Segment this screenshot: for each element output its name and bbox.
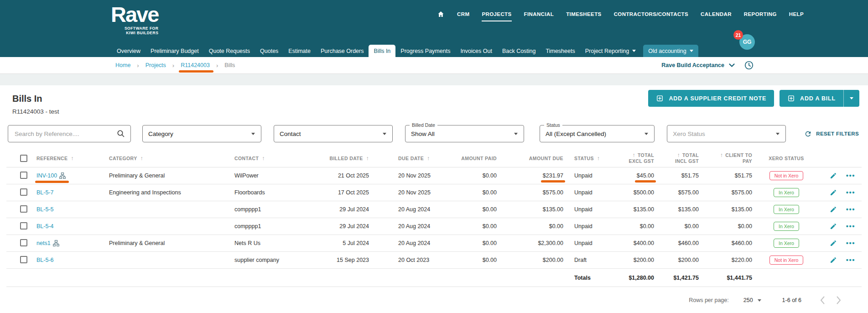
bill-reference-link[interactable]: BL-5-6 bbox=[36, 257, 54, 263]
add-supplier-credit-note-button[interactable]: ADD A SUPPLIER CREDIT NOTE bbox=[648, 90, 774, 107]
chevron-down-icon bbox=[514, 133, 518, 135]
cell-amount-paid: $0.00 bbox=[447, 189, 497, 196]
tab-project-reporting[interactable]: Project Reporting bbox=[580, 45, 641, 57]
tab-estimate[interactable]: Estimate bbox=[283, 45, 316, 57]
cell-total-incl-gst: $200.00 bbox=[656, 257, 699, 263]
more-actions-icon[interactable]: ••• bbox=[846, 241, 855, 245]
nav-contractors-contacts[interactable]: CONTRACTORS/CONTACTS bbox=[614, 11, 688, 17]
bill-reference-link[interactable]: BL-5-4 bbox=[36, 223, 54, 230]
row-checkbox[interactable] bbox=[20, 239, 27, 246]
column-billed-date[interactable]: BILLED DATE↑ bbox=[310, 155, 383, 162]
billed-date-select[interactable]: Billed Date Show All bbox=[405, 125, 524, 142]
row-checkbox[interactable] bbox=[20, 188, 27, 196]
bill-reference-link[interactable]: INV-100 bbox=[36, 172, 57, 179]
rave-logo[interactable]: Rave SOFTWARE FORKIWI BUILDERS bbox=[111, 4, 158, 35]
search-input[interactable] bbox=[14, 130, 117, 138]
tab-back-costing[interactable]: Back Costing bbox=[497, 45, 541, 57]
avatar[interactable]: 21 GG bbox=[739, 34, 755, 50]
edit-pencil-icon[interactable] bbox=[830, 240, 837, 247]
status-select[interactable]: Status All (Except Cancelled) bbox=[540, 125, 655, 142]
home-icon[interactable] bbox=[437, 10, 445, 18]
cell-amount-due: $2,300.00 bbox=[538, 240, 563, 246]
bill-reference-link[interactable]: nets1 bbox=[36, 240, 51, 246]
more-actions-icon[interactable]: ••• bbox=[846, 173, 855, 178]
tab-old-accounting[interactable]: Old accounting bbox=[643, 45, 698, 57]
rows-per-page-select[interactable]: 250 bbox=[743, 297, 761, 303]
row-checkbox[interactable] bbox=[20, 205, 27, 213]
more-actions-icon[interactable]: ••• bbox=[846, 258, 855, 262]
edit-pencil-icon[interactable] bbox=[830, 189, 837, 196]
nav-calendar[interactable]: CALENDAR bbox=[701, 11, 732, 17]
bill-reference-link[interactable]: BL-5-7 bbox=[36, 189, 54, 196]
nav-reporting[interactable]: REPORTING bbox=[744, 11, 777, 17]
edit-pencil-icon[interactable] bbox=[830, 223, 837, 230]
sort-arrow-icon: ↑ bbox=[597, 155, 600, 162]
column-contact[interactable]: CONTACT↑ bbox=[225, 155, 310, 162]
tab-overview[interactable]: Overview bbox=[112, 45, 146, 57]
column-client-to-pay[interactable]: ↑CLIENT TOPAY bbox=[699, 152, 752, 164]
context-switcher-label[interactable]: Rave Build Acceptance bbox=[661, 62, 724, 68]
previous-page-icon[interactable] bbox=[820, 296, 825, 305]
select-all-checkbox[interactable] bbox=[20, 155, 27, 162]
tab-quotes[interactable]: Quotes bbox=[255, 45, 283, 57]
row-checkbox[interactable] bbox=[20, 256, 27, 263]
column-reference[interactable]: REFERENCE↑ bbox=[29, 155, 102, 162]
more-actions-icon[interactable]: ••• bbox=[846, 207, 855, 212]
column-amount-paid[interactable]: AMOUNT PAID bbox=[447, 156, 497, 161]
bill-reference-link[interactable]: BL-5-5 bbox=[36, 206, 54, 213]
nav-timesheets[interactable]: TIMESHEETS bbox=[566, 11, 601, 17]
cell-contact: compppp1 bbox=[225, 223, 310, 230]
cell-amount-paid: $0.00 bbox=[447, 206, 497, 213]
nav-help[interactable]: HELP bbox=[789, 11, 804, 17]
totals-label: Totals bbox=[565, 275, 608, 281]
tab-timesheets[interactable]: Timesheets bbox=[541, 45, 580, 57]
chevron-down-icon bbox=[383, 133, 386, 135]
nav-projects[interactable]: PROJECTS bbox=[482, 11, 511, 17]
edit-pencil-icon[interactable] bbox=[830, 172, 837, 179]
crumb-home[interactable]: Home bbox=[115, 62, 130, 68]
add-bill-dropdown-button[interactable] bbox=[843, 90, 859, 107]
row-checkbox[interactable] bbox=[20, 172, 27, 179]
xero-status-select[interactable]: Xero Status bbox=[667, 125, 786, 142]
crumb-project-number[interactable]: R11424003 bbox=[181, 62, 210, 68]
history-clock-icon[interactable] bbox=[744, 60, 754, 70]
tab-progress-payments[interactable]: Progress Payments bbox=[395, 45, 455, 57]
edit-pencil-icon[interactable] bbox=[830, 206, 837, 213]
column-amount-due[interactable]: AMOUNT DUE bbox=[497, 156, 565, 161]
tab-bills-in[interactable]: Bills In bbox=[369, 45, 395, 57]
reset-filters-button[interactable]: RESET FILTERS bbox=[801, 130, 862, 138]
add-a-bill-button[interactable]: ADD A BILL bbox=[780, 90, 843, 107]
column-total-excl-gst[interactable]: ↑TOTALEXCL GST bbox=[608, 152, 656, 164]
cell-due-date: 20 Aug 2024 bbox=[383, 206, 447, 213]
chevron-down-icon[interactable] bbox=[729, 63, 735, 67]
chevron-down-icon bbox=[645, 133, 648, 135]
tab-invoices-out[interactable]: Invoices Out bbox=[455, 45, 497, 57]
totals-row: Totals $1,280.00 $1,421.75 $1,441.75 bbox=[6, 269, 862, 287]
cell-total-excl-gst: $0.00 bbox=[640, 223, 654, 230]
tab-quote-requests[interactable]: Quote Requests bbox=[204, 45, 255, 57]
tab-purchase-orders[interactable]: Purchase Orders bbox=[316, 45, 369, 57]
column-status[interactable]: STATUS↑ bbox=[565, 155, 608, 162]
tab-preliminary-budget[interactable]: Preliminary Budget bbox=[146, 45, 204, 57]
column-total-incl-gst[interactable]: ↑TOTALINCL GST bbox=[656, 152, 699, 164]
edit-pencil-icon[interactable] bbox=[830, 256, 837, 264]
column-due-date[interactable]: DUE DATE↑ bbox=[383, 155, 447, 162]
category-select[interactable]: Category bbox=[142, 125, 261, 142]
contact-select[interactable]: Contact bbox=[274, 125, 393, 142]
cell-due-date: 20 Nov 2025 bbox=[383, 172, 447, 179]
cell-total-excl-gst: $135.00 bbox=[634, 206, 654, 213]
cell-total-excl-gst: $400.00 bbox=[634, 240, 654, 246]
page-actions: ADD A SUPPLIER CREDIT NOTE ADD A BILL bbox=[648, 90, 859, 107]
status-label: Status bbox=[544, 122, 562, 128]
more-actions-icon[interactable]: ••• bbox=[846, 190, 855, 195]
next-page-icon[interactable] bbox=[836, 296, 842, 305]
nav-financial[interactable]: FINANCIAL bbox=[524, 11, 554, 17]
more-actions-icon[interactable]: ••• bbox=[846, 224, 855, 229]
column-category[interactable]: CATEGORY↑ bbox=[102, 155, 225, 162]
chevron-down-icon bbox=[850, 97, 853, 99]
crumb-projects[interactable]: Projects bbox=[146, 62, 166, 68]
cell-status: Unpaid bbox=[565, 240, 608, 246]
add-bill-split-button: ADD A BILL bbox=[780, 90, 859, 107]
nav-crm[interactable]: CRM bbox=[457, 11, 469, 17]
row-checkbox[interactable] bbox=[20, 222, 27, 230]
